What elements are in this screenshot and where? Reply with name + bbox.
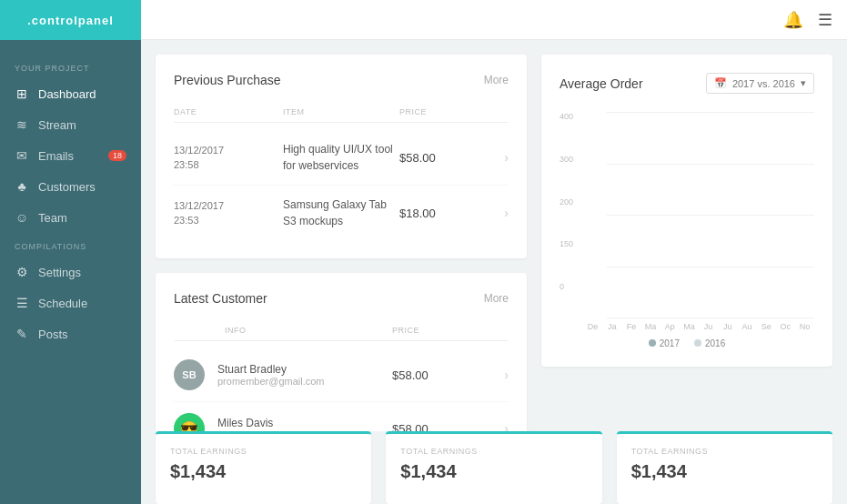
dropdown-label: 2017 vs. 2016 <box>732 78 795 89</box>
sidebar-item-settings[interactable]: ⚙ Settings <box>0 257 141 287</box>
legend-2017: 2017 <box>649 338 680 348</box>
stat-label-1: TOTAL EARNINGS <box>400 447 587 456</box>
previous-purchase-card: Previous Purchase More DATE ITEM PRICE 1… <box>156 55 527 258</box>
x-label-1: Ja <box>602 322 621 331</box>
table-row: 😎 Miles Davis music@yahoo.com $58.00 › <box>174 402 509 431</box>
customer-name-1: Stuart Bradley <box>217 363 385 376</box>
x-label-2: Fe <box>621 322 640 331</box>
x-label-7: Ju <box>718 322 737 331</box>
average-order-card: Average Order 📅 2017 vs. 2016 ▾ 400 <box>541 55 832 367</box>
x-label-10: Oc <box>776 322 795 331</box>
emails-badge: 18 <box>108 150 126 161</box>
customers-icon: ♣ <box>15 179 29 194</box>
stat-card-2: TOTAL EARNINGS$1,434 <box>617 431 832 504</box>
team-icon: ☺ <box>15 210 29 225</box>
sidebar-item-stream[interactable]: ≋ Stream <box>0 109 141 140</box>
sidebar: YOUR PROJECT ⊞ Dashboard ≋ Stream ✉ Emai… <box>0 40 141 504</box>
col-date: DATE <box>174 107 283 116</box>
sidebar-item-dashboard[interactable]: ⊞ Dashboard <box>0 78 141 109</box>
sidebar-item-team[interactable]: ☺ Team <box>0 202 141 233</box>
table-row: SB Stuart Bradley promember@gmail.com $5… <box>174 348 509 402</box>
col-info: INFO <box>225 326 385 335</box>
topbar-icons: 🔔 ☰ <box>783 10 832 30</box>
customer-email-1: promember@gmail.com <box>217 376 385 387</box>
bars-container <box>583 112 814 318</box>
stat-label-2: TOTAL EARNINGS <box>631 447 818 456</box>
sidebar-item-customers[interactable]: ♣ Customers <box>0 171 141 202</box>
sidebar-item-label: Customers <box>38 180 96 194</box>
stat-value-0: $1,434 <box>170 461 357 482</box>
chart-legend: 2017 2016 <box>560 338 814 348</box>
customer-table-header: INFO PRICE <box>174 320 509 341</box>
sidebar-item-label: Settings <box>38 266 81 279</box>
customer-price-1: $58.00 <box>392 368 483 382</box>
stat-label-0: TOTAL EARNINGS <box>170 447 357 456</box>
menu-icon[interactable]: ☰ <box>818 10 832 30</box>
x-label-6: Ju <box>699 322 718 331</box>
avatar-1: SB <box>174 359 205 390</box>
purchase-date-2: 13/12/2017 23:53 <box>174 198 283 228</box>
customer-arrow-1[interactable]: › <box>490 368 509 382</box>
customer-name-2: Miles Davis <box>217 417 385 429</box>
purchase-item-2: Samsung Galaxy Tab S3 mockups <box>283 197 399 229</box>
posts-icon: ✎ <box>15 327 29 341</box>
sidebar-item-posts[interactable]: ✎ Posts <box>0 318 141 349</box>
purchase-arrow-1[interactable]: › <box>490 150 509 165</box>
purchase-item-1: High quality UI/UX tool for webservices <box>283 141 399 174</box>
stat-value-1: $1,434 <box>400 461 587 482</box>
col-price: PRICE <box>399 107 490 116</box>
avatar-2: 😎 <box>174 413 205 431</box>
stat-card-0: TOTAL EARNINGS$1,434 <box>156 431 371 504</box>
stat-value-2: $1,434 <box>631 461 818 482</box>
customer-info-2: Miles Davis music@yahoo.com <box>217 417 385 431</box>
sidebar-section-label-compilations: COMPILATIONS <box>0 233 141 257</box>
main-content: Previous Purchase More DATE ITEM PRICE 1… <box>141 40 847 431</box>
sidebar-item-label: Emails <box>38 149 74 163</box>
card-header-customer: Latest Customer More <box>174 291 509 306</box>
x-label-11: No <box>795 322 814 331</box>
purchase-price-1: $58.00 <box>399 151 490 165</box>
calendar-icon: 📅 <box>714 77 727 89</box>
sidebar-item-label: Dashboard <box>38 87 96 101</box>
bottom-stats: TOTAL EARNINGS$1,434TOTAL EARNINGS$1,434… <box>141 431 847 504</box>
customer-more[interactable]: More <box>484 292 509 305</box>
main-left: Previous Purchase More DATE ITEM PRICE 1… <box>156 55 527 417</box>
customer-info-1: Stuart Bradley promember@gmail.com <box>217 363 385 387</box>
legend-2016: 2016 <box>694 338 725 348</box>
x-label-4: Ap <box>660 322 680 331</box>
x-label-0: De <box>583 322 602 331</box>
chart-dropdown[interactable]: 📅 2017 vs. 2016 ▾ <box>706 73 814 94</box>
x-label-5: Ma <box>680 322 699 331</box>
customer-price-2: $58.00 <box>392 422 483 432</box>
sidebar-item-emails[interactable]: ✉ Emails 18 <box>0 140 141 171</box>
notification-icon[interactable]: 🔔 <box>783 10 803 30</box>
chevron-down-icon: ▾ <box>801 77 806 89</box>
x-axis-labels: DeJaFeMaApMaJuJuAuSeOcNo <box>583 322 814 331</box>
sidebar-item-label: Team <box>38 211 67 225</box>
sidebar-item-label: Schedule <box>38 297 87 310</box>
sidebar-section-label-project: YOUR PROJECT <box>0 55 141 78</box>
purchase-arrow-2[interactable]: › <box>490 206 509 220</box>
x-label-3: Ma <box>641 322 660 331</box>
purchase-more[interactable]: More <box>484 74 509 86</box>
chart-header: Average Order 📅 2017 vs. 2016 ▾ <box>560 73 814 94</box>
col-item: ITEM <box>283 107 399 116</box>
x-label-9: Se <box>757 322 776 331</box>
purchase-date-1: 13/12/2017 23:58 <box>174 143 283 173</box>
chart-area: 400 300 200 150 0 <box>560 112 814 348</box>
table-row: 13/12/2017 23:58 High quality UI/UX tool… <box>174 130 509 186</box>
y-axis-labels: 400 300 200 150 0 <box>560 112 573 291</box>
customer-title: Latest Customer <box>174 291 267 306</box>
card-header-purchase: Previous Purchase More <box>174 73 509 87</box>
purchase-price-2: $18.00 <box>399 207 490 220</box>
settings-icon: ⚙ <box>15 265 29 279</box>
purchase-title: Previous Purchase <box>174 73 281 87</box>
main-right: Average Order 📅 2017 vs. 2016 ▾ 400 <box>541 55 832 417</box>
customer-arrow-2[interactable]: › <box>490 421 509 431</box>
x-label-8: Au <box>737 322 756 331</box>
stream-icon: ≋ <box>15 117 29 132</box>
purchase-table-header: DATE ITEM PRICE <box>174 102 509 123</box>
legend-dot-2017 <box>649 339 656 347</box>
chart-title: Average Order <box>560 76 643 91</box>
sidebar-item-schedule[interactable]: ☰ Schedule <box>0 287 141 318</box>
